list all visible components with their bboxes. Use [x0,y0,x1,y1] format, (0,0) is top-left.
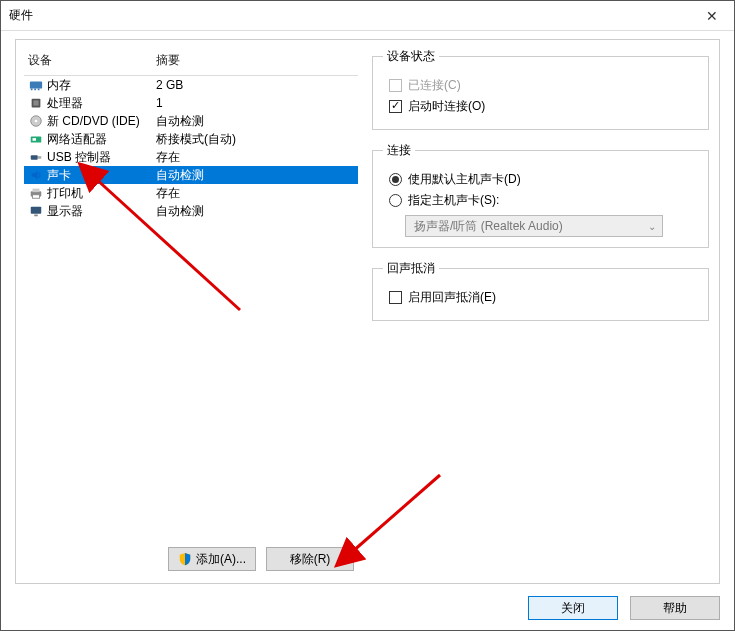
checkbox-icon [389,100,402,113]
cpu-icon [28,95,44,111]
use-default-radio[interactable]: 使用默认主机声卡(D) [389,171,698,188]
device-name: 显示器 [47,203,156,220]
device-summary: 自动检测 [156,113,358,130]
device-status-legend: 设备状态 [383,48,439,65]
radio-icon [389,173,402,186]
svg-rect-14 [33,195,40,199]
connected-label: 已连接(C) [408,77,461,94]
echo-legend: 回声抵消 [383,260,439,277]
device-summary: 1 [156,96,358,110]
device-name: 网络适配器 [47,131,156,148]
col-header-summary[interactable]: 摘要 [156,52,358,69]
svg-rect-5 [33,100,38,105]
titlebar: 硬件 ✕ [1,1,734,31]
table-row[interactable]: 新 CD/DVD (IDE)自动检测 [24,112,358,130]
content-area: 设备 摘要 内存2 GB处理器1新 CD/DVD (IDE)自动检测网络适配器桥… [15,39,720,584]
table-row[interactable]: USB 控制器存在 [24,148,358,166]
printer-icon [28,185,44,201]
list-header: 设备 摘要 [24,48,358,76]
radio-icon [389,194,402,207]
device-name: USB 控制器 [47,149,156,166]
connection-legend: 连接 [383,142,415,159]
close-button[interactable]: ✕ [689,1,734,31]
table-row[interactable]: 显示器自动检测 [24,202,358,220]
close-dialog-button[interactable]: 关闭 [528,596,618,620]
device-name: 处理器 [47,95,156,112]
window-title: 硬件 [9,7,33,24]
device-summary: 存在 [156,185,358,202]
specify-host-label: 指定主机声卡(S): [408,192,499,209]
add-button[interactable]: 添加(A)... [168,547,256,571]
svg-rect-11 [38,156,42,159]
connect-on-power-checkbox[interactable]: 启动时连接(O) [389,98,698,115]
close-dialog-label: 关闭 [561,600,585,617]
device-summary: 自动检测 [156,203,358,220]
help-label: 帮助 [663,600,687,617]
device-name: 声卡 [47,167,156,184]
svg-rect-3 [38,89,40,91]
svg-rect-16 [34,215,38,217]
svg-rect-1 [31,89,33,91]
svg-rect-2 [34,89,36,91]
connect-on-power-label: 启动时连接(O) [408,98,485,115]
device-status-group: 设备状态 已连接(C) 启动时连接(O) [372,48,709,130]
device-summary: 桥接模式(自动) [156,131,358,148]
device-summary: 自动检测 [156,167,358,184]
table-row[interactable]: 声卡自动检测 [24,166,358,184]
dialog-window: 硬件 ✕ 设备 摘要 内存2 GB处理器1新 CD/DVD (IDE)自动检测网… [0,0,735,631]
close-icon: ✕ [706,8,718,24]
display-icon [28,203,44,219]
usb-icon [28,149,44,165]
svg-rect-13 [33,189,40,193]
shield-icon [178,552,192,566]
help-button[interactable]: 帮助 [630,596,720,620]
enable-echo-label: 启用回声抵消(E) [408,289,496,306]
host-soundcard-combo: 扬声器/听筒 (Realtek Audio) ⌄ [405,215,663,237]
svg-rect-9 [33,138,37,141]
chevron-down-icon: ⌄ [648,221,656,232]
combo-value: 扬声器/听筒 (Realtek Audio) [414,218,563,235]
add-button-label: 添加(A)... [196,551,246,568]
device-pane: 设备 摘要 内存2 GB处理器1新 CD/DVD (IDE)自动检测网络适配器桥… [16,40,366,583]
table-row[interactable]: 网络适配器桥接模式(自动) [24,130,358,148]
table-row[interactable]: 处理器1 [24,94,358,112]
nic-icon [28,131,44,147]
table-row[interactable]: 打印机存在 [24,184,358,202]
cd-icon [28,113,44,129]
connection-group: 连接 使用默认主机声卡(D) 指定主机声卡(S): 扬声器/听筒 (Realte… [372,142,709,248]
memory-icon [28,77,44,93]
col-header-device[interactable]: 设备 [28,52,156,69]
echo-group: 回声抵消 启用回声抵消(E) [372,260,709,321]
device-name: 内存 [47,77,156,94]
remove-button-label: 移除(R) [290,551,331,568]
list-body: 内存2 GB处理器1新 CD/DVD (IDE)自动检测网络适配器桥接模式(自动… [24,76,358,220]
table-row[interactable]: 内存2 GB [24,76,358,94]
device-summary: 存在 [156,149,358,166]
settings-pane: 设备状态 已连接(C) 启动时连接(O) 连接 使用默认主机声卡(D) [366,40,719,583]
device-summary: 2 GB [156,78,358,92]
svg-rect-0 [30,82,42,89]
remove-button[interactable]: 移除(R) [266,547,354,571]
checkbox-icon [389,79,402,92]
device-name: 打印机 [47,185,156,202]
sound-icon [28,167,44,183]
svg-rect-15 [31,207,42,214]
device-name: 新 CD/DVD (IDE) [47,113,156,130]
use-default-label: 使用默认主机声卡(D) [408,171,521,188]
dialog-footer: 关闭 帮助 [528,596,720,620]
enable-echo-checkbox[interactable]: 启用回声抵消(E) [389,289,698,306]
connected-checkbox: 已连接(C) [389,77,698,94]
device-list: 设备 摘要 内存2 GB处理器1新 CD/DVD (IDE)自动检测网络适配器桥… [24,48,358,541]
checkbox-icon [389,291,402,304]
device-button-row: 添加(A)... 移除(R) [24,541,358,575]
specify-host-radio[interactable]: 指定主机声卡(S): [389,192,698,209]
svg-rect-10 [31,155,38,159]
svg-point-7 [35,120,38,123]
